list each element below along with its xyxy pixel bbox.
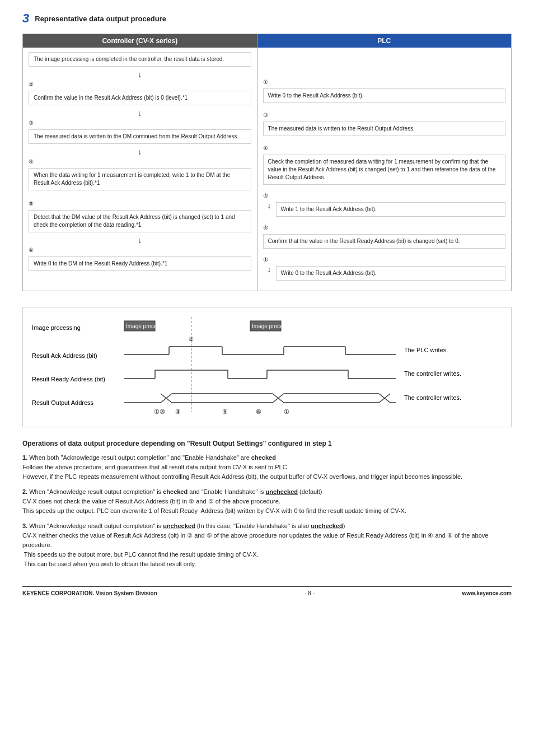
timing-diagram-container: Image processing Result Ack Address (bit… — [22, 307, 512, 427]
op-1-detail: Follows the above procedure, and guarant… — [22, 464, 462, 480]
section-header: 3 Representative data output procedure — [22, 11, 512, 26]
left-block-3-text: The measured data is written to the DM c… — [34, 133, 238, 139]
right-block-5: Write 1 to the Result Ack Address (bit). — [276, 202, 505, 217]
step-3-num: ③ — [29, 120, 251, 126]
footer-center: - 8 - — [305, 590, 315, 596]
timing-label-img: Image processing — [32, 324, 81, 331]
right-block-4: Check the completion of measured data wr… — [263, 155, 505, 185]
left-block-4-text: When the data writing for 1 measurement … — [34, 172, 230, 186]
op-2-num: 2. — [22, 488, 29, 495]
step-bottom-3: ⑤ — [222, 408, 228, 415]
diagram-left: Controller (CV-X series) The image proce… — [23, 34, 257, 291]
step-5-num: ⑤ — [29, 200, 251, 207]
timing-svg: Image processing Result Ack Address (bit… — [32, 314, 513, 418]
step-bottom-4: ⑥ — [256, 408, 261, 415]
section-title: Representative data output procedure — [35, 15, 166, 23]
arrow-3: ↓ — [23, 147, 257, 156]
right-arrow-1b: ↓ — [268, 265, 271, 274]
right-step-6-num: ⑥ — [263, 225, 505, 231]
op-1-text: When both "Acknowledge result output com… — [29, 454, 276, 461]
right-block-5-text: Write 1 to the Result Ack Address (bit). — [281, 206, 377, 212]
step-4-num: ④ — [29, 158, 251, 165]
left-block-5-text: Detect that the DM value of the Result A… — [34, 214, 235, 228]
right-block-1b-text: Write 0 to the Result Ack Address (bit). — [281, 270, 377, 276]
op-2-detail: CV-X does not check the value of Result … — [22, 498, 406, 514]
timing-label-ack: Result Ack Address (bit) — [32, 352, 97, 359]
op-item-2: 2. When "Acknowledge result output compl… — [22, 487, 512, 516]
right-panel-header: PLC — [257, 34, 511, 48]
ack-right-label: The PLC writes. — [404, 347, 448, 353]
left-block-6: Write 0 to the DM of the Result Ready Ad… — [29, 256, 251, 271]
diagram-container: Controller (CV-X series) The image proce… — [22, 34, 512, 291]
step-bottom-2: ④ — [175, 408, 181, 415]
right-block-3: The measured data is written to the Resu… — [263, 122, 505, 136]
op-3-text: When "Acknowledge result output completi… — [29, 522, 345, 529]
left-block-2-text: Confirm the value in the Result Ack Addr… — [34, 95, 188, 101]
footer: KEYENCE CORPORATION. Vision System Divis… — [22, 586, 512, 596]
footer-right: www.keyence.com — [462, 590, 512, 596]
left-block-6-text: Write 0 to the DM of the Result Ready Ad… — [34, 260, 167, 267]
operations-title: Operations of data output procedure depe… — [22, 440, 512, 447]
output-right-label: The controller writes. — [404, 394, 461, 401]
right-step-5-num: ⑤ — [263, 193, 505, 199]
left-panel-header: Controller (CV-X series) — [23, 34, 257, 48]
right-block-4-text: Check the completion of measured data wr… — [268, 158, 496, 180]
right-step-4-num: ④ — [263, 145, 505, 151]
right-step-3-num: ③ — [263, 112, 505, 118]
step-2-marker: ② — [189, 336, 194, 342]
step-bottom-1: ①③ — [154, 408, 165, 415]
right-block-1b: Write 0 to the Result Ack Address (bit). — [276, 266, 505, 281]
left-intro-text: The image processing is completed in the… — [34, 56, 224, 62]
section-number: 3 — [22, 11, 29, 26]
left-block-5: Detect that the DM value of the Result A… — [29, 210, 251, 232]
operations-section: Operations of data output procedure depe… — [22, 440, 512, 570]
right-block-6-text: Confirm that the value in the Result Rea… — [268, 238, 460, 244]
op-item-1: 1. When both "Acknowledge result output … — [22, 453, 512, 482]
arrow-1: ↓ — [23, 70, 257, 79]
right-block-6: Confirm that the value in the Result Rea… — [263, 234, 505, 249]
left-block-4: When the data writing for 1 measurement … — [29, 168, 251, 190]
op-3-detail: CV-X neither checks the value of Result … — [22, 532, 488, 567]
op-2-text: When "Acknowledge result output completi… — [29, 488, 322, 495]
left-block-3: The measured data is written to the DM c… — [29, 129, 251, 144]
left-block-intro: The image processing is completed in the… — [29, 52, 251, 67]
op-item-3: 3. When "Acknowledge result output compl… — [22, 521, 512, 569]
footer-left: KEYENCE CORPORATION. Vision System Divis… — [22, 590, 157, 596]
right-block-1: Write 0 to the Result Ack Address (bit). — [263, 88, 505, 103]
img-pulse-1-label: Image processing — [126, 323, 170, 329]
left-block-2: Confirm the value in the Result Ack Addr… — [29, 91, 251, 105]
right-block-1-text: Write 0 to the Result Ack Address (bit). — [268, 92, 364, 99]
timing-label-output: Result Output Address — [32, 399, 94, 406]
arrow-2: ↓ — [23, 109, 257, 118]
ready-right-label: The controller writes. — [404, 370, 461, 377]
right-block-3-text: The measured data is written to the Resu… — [268, 125, 415, 132]
right-step-1b-num: ① — [263, 256, 505, 263]
arrow-4: ↓ — [23, 236, 257, 245]
img-pulse-2-label: Image processing — [252, 323, 296, 329]
diagram-right: PLC ① Write 0 to the Result Ack Address … — [257, 34, 511, 291]
step-2-num: ② — [29, 81, 251, 87]
right-arrow-5: ↓ — [268, 201, 271, 210]
op-3-num: 3. — [22, 522, 29, 529]
step-bottom-5: ① — [284, 408, 289, 415]
timing-label-ready: Result Ready Address (bit) — [32, 376, 105, 382]
step-6-num: ⑥ — [29, 247, 251, 253]
right-step-1-num: ① — [263, 79, 505, 85]
op-1-num: 1. — [22, 454, 29, 461]
